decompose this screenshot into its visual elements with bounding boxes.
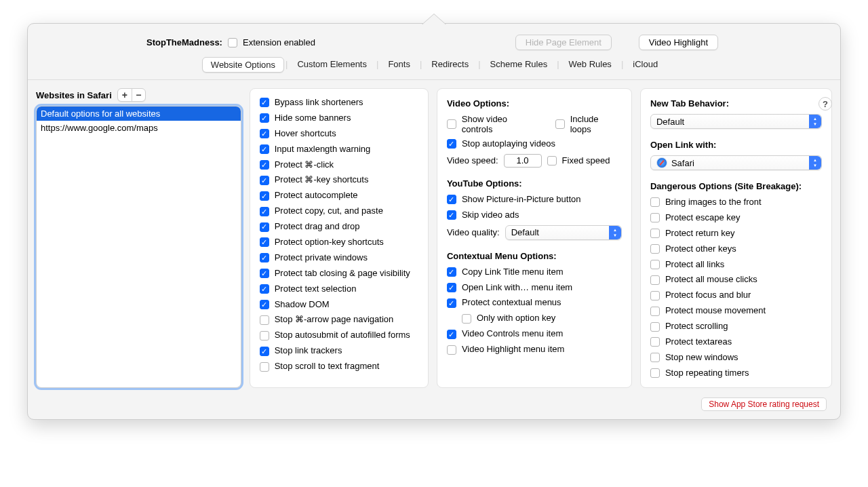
option-checkbox[interactable]: ✓Protect text selection <box>260 284 357 295</box>
new-tab-select[interactable]: Default <box>650 114 822 129</box>
checkbox-icon <box>650 260 660 269</box>
option-label: Hover shortcuts <box>275 128 336 140</box>
context-options-title: Contextual Menu Options: <box>447 251 622 261</box>
option-checkbox[interactable]: Protect mouse movement <box>650 305 766 317</box>
video-highlight-button[interactable]: Video Highlight <box>639 35 718 50</box>
option-label: Stop new windows <box>665 352 738 364</box>
option-checkbox[interactable]: Protect all mouse clicks <box>650 274 757 286</box>
video-highlight-menu-label: Video Highlight menu item <box>462 344 565 355</box>
checkbox-icon <box>650 353 660 362</box>
option-checkbox[interactable]: ✓Protect ⌘-key shortcuts <box>260 174 369 186</box>
option-checkbox[interactable]: Stop repeating timers <box>650 368 749 379</box>
tab-redirects[interactable]: Redirects <box>423 57 477 73</box>
video-controls-menu-checkbox[interactable]: ✓Video Controls menu item <box>447 328 563 340</box>
list-item[interactable]: https://www.google.com/maps <box>37 121 241 135</box>
option-checkbox[interactable]: Protect textareas <box>650 336 732 348</box>
option-label: Protect private windows <box>275 252 368 264</box>
video-highlight-menu-checkbox[interactable]: Video Highlight menu item <box>447 344 565 355</box>
popover-arrow <box>422 14 446 25</box>
option-checkbox[interactable]: Stop scroll to text fragment <box>260 361 380 372</box>
option-checkbox[interactable]: Protect all links <box>650 259 724 271</box>
checkbox-icon <box>650 244 660 254</box>
stop-autoplay-checkbox[interactable]: ✓ Stop autoplaying videos <box>447 138 555 150</box>
checkbox-icon: ✓ <box>260 284 269 294</box>
option-row: ✓Protect private windows <box>260 252 418 264</box>
open-link-select[interactable]: Safari <box>650 155 822 170</box>
checkbox-icon <box>447 345 456 355</box>
option-checkbox[interactable]: ✓Protect ⌘-click <box>260 159 334 171</box>
skip-ads-label: Skip video ads <box>462 210 519 221</box>
option-checkbox[interactable]: ✓Bypass link shorteners <box>260 97 363 109</box>
option-checkbox[interactable]: Protect scrolling <box>650 321 728 332</box>
option-row: ✓Protect autocomplete <box>260 190 418 201</box>
option-checkbox[interactable]: Stop ⌘-arrow page navigation <box>260 314 394 326</box>
tab-fonts[interactable]: Fonts <box>380 57 418 73</box>
dangerous-list: Bring images to the frontProtect escape … <box>650 197 822 379</box>
rating-request-button[interactable]: Show App Store rating request <box>701 397 827 411</box>
option-checkbox[interactable]: ✓Protect option-key shortcuts <box>260 237 384 248</box>
include-loops-checkbox[interactable]: Include loops <box>555 114 622 134</box>
option-checkbox[interactable]: ✓Protect copy, cut, and paste <box>260 206 383 217</box>
pip-checkbox[interactable]: ✓ Show Picture-in-Picture button <box>447 194 581 206</box>
show-video-controls-checkbox[interactable]: Show video controls <box>447 114 540 134</box>
open-link-title: Open Link with: <box>650 140 822 150</box>
copy-link-title-checkbox[interactable]: ✓Copy Link Title menu item <box>447 267 564 278</box>
tab-website-options[interactable]: Website Options <box>202 57 284 73</box>
video-quality-value: Default <box>511 227 539 237</box>
option-label: Stop link trackers <box>275 345 342 357</box>
option-checkbox[interactable]: Protect return key <box>650 228 735 239</box>
video-quality-select[interactable]: Default <box>505 225 622 240</box>
tab-icloud[interactable]: iCloud <box>625 57 666 73</box>
option-checkbox[interactable]: ✓Input maxlength warning <box>260 144 371 155</box>
option-checkbox[interactable]: Protect escape key <box>650 212 741 224</box>
fixed-speed-checkbox[interactable]: Fixed speed <box>547 155 610 165</box>
option-checkbox[interactable]: Protect other keys <box>650 244 736 255</box>
preferences-popover: StopTheMadness: Extension enabled Hide P… <box>27 23 841 420</box>
option-checkbox[interactable]: Stop new windows <box>650 352 738 364</box>
option-checkbox[interactable]: ✓Protect drag and drop <box>260 221 360 233</box>
option-checkbox[interactable]: ✓Protect private windows <box>260 252 368 264</box>
hide-page-element-button[interactable]: Hide Page Element <box>515 35 612 50</box>
tab-custom-elements[interactable]: Custom Elements <box>289 57 375 73</box>
help-button[interactable]: ? <box>818 97 832 111</box>
remove-website-button[interactable]: − <box>132 89 145 101</box>
tab-separator: | <box>284 57 289 73</box>
protect-context-checkbox[interactable]: ✓Protect contextual menus <box>447 297 561 309</box>
checkbox-icon: ✓ <box>447 298 456 308</box>
stop-autoplay-label: Stop autoplaying videos <box>462 138 555 150</box>
option-checkbox[interactable]: ✓Protect tab closing & page visibility <box>260 268 410 279</box>
list-item[interactable]: Default options for all websites <box>37 106 241 121</box>
tab-web-rules[interactable]: Web Rules <box>561 57 620 73</box>
checkbox-icon: ✓ <box>260 237 269 247</box>
option-checkbox[interactable]: ✓Hide some banners <box>260 113 351 124</box>
website-list[interactable]: Default options for all websiteshttps://… <box>36 106 241 388</box>
skip-ads-checkbox[interactable]: ✓ Skip video ads <box>447 210 519 221</box>
youtube-options-title: YouTube Options: <box>447 178 622 189</box>
option-checkbox[interactable]: ✓Hover shortcuts <box>260 128 336 140</box>
checkbox-icon: ✓ <box>447 139 456 149</box>
option-checkbox[interactable]: Stop autosubmit of autofilled forms <box>260 330 410 341</box>
option-row: ✓Input maxlength warning <box>260 144 418 155</box>
option-row: Protect all links <box>650 259 822 271</box>
show-video-controls-label: Show video controls <box>462 114 540 134</box>
option-row: ✓Protect option-key shortcuts <box>260 237 418 248</box>
option-label: Protect drag and drop <box>275 221 360 233</box>
tab-scheme-rules[interactable]: Scheme Rules <box>482 57 556 73</box>
checkbox-icon: ✓ <box>260 144 269 154</box>
option-checkbox[interactable]: Protect focus and blur <box>650 290 751 301</box>
option-checkbox[interactable]: ✓Stop link trackers <box>260 345 342 357</box>
option-checkbox[interactable]: ✓Shadow DOM <box>260 299 330 311</box>
add-website-button[interactable]: + <box>118 89 132 101</box>
checkbox-icon <box>650 275 660 285</box>
open-link-with-checkbox[interactable]: ✓Open Link with… menu item <box>447 282 572 294</box>
checkbox-icon: ✓ <box>447 195 456 204</box>
option-checkbox[interactable]: ✓Protect autocomplete <box>260 190 358 201</box>
only-option-checkbox[interactable]: Only with option key <box>462 313 555 324</box>
option-row: ✓Hover shortcuts <box>260 128 418 140</box>
video-speed-input[interactable] <box>504 154 542 168</box>
option-checkbox[interactable]: Bring images to the front <box>650 197 762 208</box>
content-area: Websites in Safari + − Default options f… <box>28 80 840 393</box>
app-name-label: StopTheMadness: <box>146 37 222 47</box>
extension-enabled-checkbox[interactable]: Extension enabled <box>228 37 315 47</box>
chevron-updown-icon <box>809 115 821 128</box>
